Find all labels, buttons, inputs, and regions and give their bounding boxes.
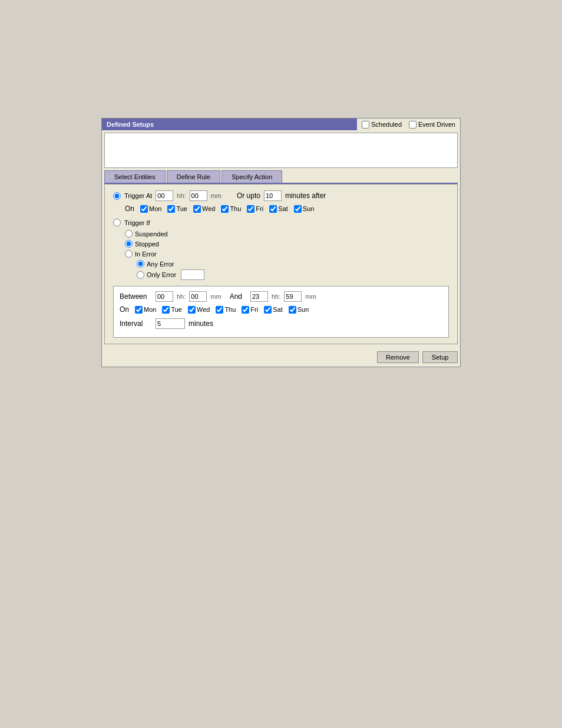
trigger-at-radio[interactable] — [113, 192, 121, 200]
trigger-at-label: Trigger At — [124, 192, 152, 199]
stopped-label: Stopped — [135, 241, 159, 248]
between-time-row: Between hh: mm And hh: mm — [120, 291, 442, 302]
only-error-label: Only Error — [147, 271, 176, 278]
interval-row: Interval minutes — [120, 318, 442, 329]
trigger-at-sun-check[interactable] — [294, 205, 302, 213]
suspended-row: Suspended — [125, 230, 449, 238]
between-sat-label[interactable]: Sat — [264, 306, 283, 314]
suspended-radio[interactable] — [125, 230, 133, 238]
only-error-input[interactable] — [181, 269, 204, 280]
trigger-at-mon-label[interactable]: Mon — [140, 205, 161, 213]
trigger-at-hh-input[interactable] — [156, 190, 173, 201]
suspended-label: Suspended — [135, 230, 168, 238]
setup-button[interactable]: Setup — [422, 351, 458, 363]
interval-input[interactable] — [156, 318, 185, 329]
hh-label-2: hh: — [177, 293, 186, 300]
hh-label-1: hh: — [177, 192, 186, 199]
trigger-at-thu-label[interactable]: Thu — [221, 205, 241, 213]
interval-label: Interval — [120, 319, 152, 328]
between-tue-check[interactable] — [162, 306, 170, 314]
between-label: Between — [120, 292, 152, 301]
trigger-at-thu-check[interactable] — [221, 205, 229, 213]
scheduled-checkbox-label[interactable]: Scheduled — [362, 121, 402, 129]
stopped-row: Stopped — [125, 240, 449, 248]
tab-bar: Select Entities Define Rule Specify Acti… — [104, 170, 458, 184]
trigger-at-tue-label[interactable]: Tue — [167, 205, 187, 213]
trigger-at-on-label: On — [125, 205, 134, 213]
trigger-at-fri-check[interactable] — [247, 205, 254, 213]
event-driven-checkbox[interactable] — [409, 121, 416, 129]
trigger-at-wed-label[interactable]: Wed — [193, 205, 215, 213]
between-sun-check[interactable] — [289, 306, 296, 314]
between-fri-label[interactable]: Fri — [242, 306, 258, 314]
minutes-after-label: minutes after — [285, 192, 326, 200]
remove-button[interactable]: Remove — [377, 351, 419, 363]
trigger-at-days-row: On Mon Tue Wed Thu Fri Sat Sun — [125, 205, 449, 213]
any-error-label: Any Error — [147, 261, 174, 268]
scheduled-checkbox[interactable] — [362, 121, 369, 129]
in-error-label: In Error — [135, 251, 157, 258]
trigger-if-options: Suspended Stopped In Error Any Error — [125, 230, 449, 280]
trigger-at-sun-label[interactable]: Sun — [294, 205, 315, 213]
between-wed-check[interactable] — [188, 306, 196, 314]
in-error-row: In Error — [125, 250, 449, 258]
between-hh-start-input[interactable] — [156, 291, 173, 302]
trigger-at-minutes-input[interactable] — [264, 190, 282, 201]
trigger-if-radio[interactable] — [113, 219, 121, 226]
in-error-radio[interactable] — [125, 250, 133, 258]
trigger-if-section: Trigger If Suspended Stopped In Error — [113, 219, 449, 280]
between-tue-label[interactable]: Tue — [162, 306, 182, 314]
mm-label-3: mm — [305, 293, 316, 300]
mm-label-1: mm — [211, 192, 222, 199]
minutes-label: minutes — [189, 319, 213, 328]
trigger-at-mon-check[interactable] — [140, 205, 148, 213]
error-options: Any Error Only Error — [137, 260, 449, 280]
or-upto-label: Or upto — [237, 192, 260, 200]
dialog-title: Defined Setups — [102, 118, 357, 130]
trigger-at-tue-check[interactable] — [167, 205, 175, 213]
bottom-buttons: Remove Setup — [102, 347, 460, 367]
stopped-radio[interactable] — [125, 240, 133, 248]
trigger-at-row: Trigger At hh: mm Or upto minutes after — [113, 190, 449, 201]
trigger-if-label: Trigger If — [124, 219, 150, 226]
trigger-at-sat-label[interactable]: Sat — [269, 205, 288, 213]
trigger-at-wed-check[interactable] — [193, 205, 201, 213]
between-on-label: On — [120, 305, 129, 314]
between-days-row: On Mon Tue Wed Thu Fri Sat Sun — [120, 305, 442, 314]
between-sat-check[interactable] — [264, 306, 272, 314]
tab-specify-action[interactable]: Specify Action — [222, 170, 282, 183]
only-error-radio[interactable] — [137, 271, 144, 279]
between-mm-start-input[interactable] — [189, 291, 207, 302]
between-wed-label[interactable]: Wed — [188, 306, 210, 314]
hh-label-3: hh: — [272, 293, 280, 300]
any-error-radio[interactable] — [137, 260, 144, 268]
between-sun-label[interactable]: Sun — [289, 306, 309, 314]
between-mon-label[interactable]: Mon — [135, 306, 156, 314]
between-thu-check[interactable] — [216, 306, 223, 314]
between-hh-end-input[interactable] — [250, 291, 268, 302]
between-mon-check[interactable] — [135, 306, 143, 314]
trigger-at-sat-check[interactable] — [269, 205, 277, 213]
trigger-at-mm-input[interactable] — [190, 190, 207, 201]
event-driven-checkbox-label[interactable]: Event Driven — [409, 121, 455, 129]
between-mm-end-input[interactable] — [284, 291, 302, 302]
trigger-at-section: Trigger At hh: mm Or upto minutes after … — [113, 190, 449, 213]
content-area: Trigger At hh: mm Or upto minutes after … — [104, 184, 458, 344]
defined-setups-list[interactable] — [104, 133, 458, 168]
and-label: And — [230, 292, 242, 301]
any-error-row: Any Error — [137, 260, 449, 268]
trigger-if-row: Trigger If — [113, 219, 449, 226]
between-fri-check[interactable] — [242, 306, 249, 314]
defined-setups-dialog: Defined Setups Scheduled Event Driven Se… — [101, 118, 461, 367]
between-thu-label[interactable]: Thu — [216, 306, 236, 314]
tab-define-rule[interactable]: Define Rule — [167, 170, 220, 183]
mm-label-2: mm — [210, 293, 221, 300]
only-error-row: Only Error — [137, 269, 449, 280]
between-section: Between hh: mm And hh: mm On Mon Tue Wed… — [113, 286, 449, 338]
trigger-at-fri-label[interactable]: Fri — [247, 205, 263, 213]
tab-select-entities[interactable]: Select Entities — [104, 170, 166, 183]
